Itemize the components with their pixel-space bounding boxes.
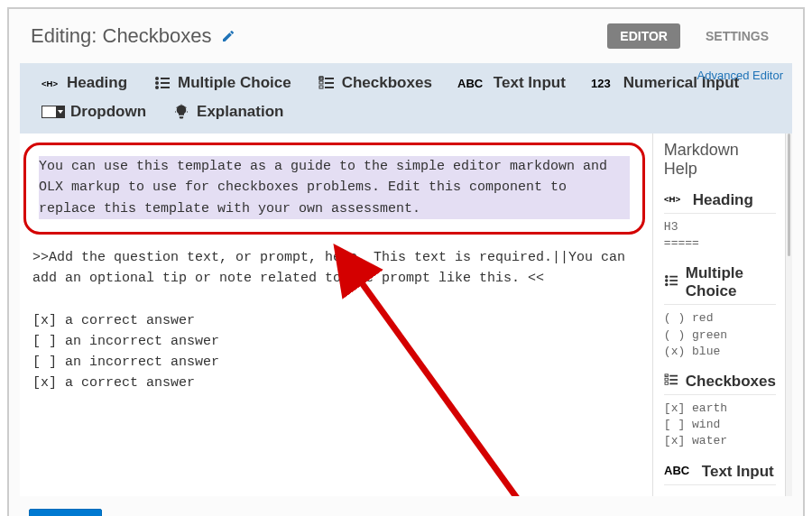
- svg-rect-6: [161, 87, 170, 88]
- dialog-footer: Save Cancel: [9, 496, 803, 517]
- svg-rect-29: [665, 382, 669, 385]
- editor-body-text: >>Add the question text, or prompt, here…: [20, 238, 652, 398]
- multiple-choice-icon: [664, 273, 678, 291]
- numerical-input-icon: 123: [591, 75, 618, 91]
- svg-text:<H>: <H>: [664, 194, 681, 204]
- text-input-icon: ABC: [457, 75, 488, 91]
- toolbar-multiple-choice[interactable]: Multiple Choice: [140, 69, 304, 97]
- svg-rect-10: [325, 82, 334, 84]
- help-heading-row: <H> Heading: [664, 191, 776, 214]
- help-mc-row: Multiple Choice: [664, 264, 776, 305]
- svg-rect-9: [319, 81, 323, 84]
- editor-textarea[interactable]: You can use this template as a guide to …: [20, 134, 652, 496]
- toolbar-exp-label: Explanation: [197, 103, 283, 121]
- tab-settings[interactable]: SETTINGS: [693, 23, 781, 49]
- svg-rect-22: [669, 281, 678, 282]
- scrollbar-track[interactable]: [785, 134, 792, 496]
- text-input-icon: ABC: [664, 463, 695, 481]
- toolbar-mc-label: Multiple Choice: [178, 74, 291, 92]
- scrollbar-thumb[interactable]: [788, 134, 790, 256]
- svg-point-23: [665, 283, 669, 287]
- svg-rect-12: [325, 87, 334, 88]
- toolbar-checkboxes[interactable]: Checkboxes: [304, 69, 445, 97]
- toolbar-text-input[interactable]: ABC Text Input: [445, 69, 578, 97]
- svg-rect-26: [669, 375, 678, 377]
- dropdown-icon: [42, 104, 65, 120]
- dialog-title: Editing: Checkboxes: [31, 24, 212, 48]
- toolbar-heading-label: Heading: [67, 74, 127, 92]
- help-title: Markdown Help: [664, 141, 776, 179]
- help-ti-row: ABC Text Input: [664, 463, 776, 485]
- toolbar-cb-label: Checkboxes: [342, 74, 432, 92]
- svg-rect-27: [665, 378, 669, 381]
- help-ti-label: Text Input: [702, 463, 774, 481]
- help-heading-label: Heading: [693, 191, 753, 209]
- svg-rect-20: [669, 276, 678, 278]
- help-mc-label: Multiple Choice: [686, 264, 776, 300]
- toolbar-dd-label: Dropdown: [70, 103, 146, 121]
- toolbar-ti-label: Text Input: [494, 74, 566, 92]
- heading-icon: <H>: [664, 191, 686, 209]
- checkboxes-icon: [664, 373, 678, 391]
- title-bar: Editing: Checkboxes EDITOR SETTINGS: [9, 13, 803, 63]
- editor-dialog: Editing: Checkboxes EDITOR SETTINGS <H> …: [7, 7, 805, 516]
- help-heading-example: H3 =====: [664, 219, 776, 252]
- svg-rect-11: [319, 86, 323, 88]
- svg-text:123: 123: [591, 77, 611, 90]
- help-cb-label: Checkboxes: [686, 373, 776, 391]
- heading-icon: <H>: [42, 75, 61, 91]
- svg-point-21: [665, 280, 669, 283]
- save-button[interactable]: Save: [29, 509, 102, 517]
- editor-toolbar: <H> Heading Multiple Choice Checkboxes A…: [20, 63, 792, 134]
- toolbar-heading[interactable]: <H> Heading: [29, 69, 140, 97]
- svg-point-19: [665, 275, 669, 279]
- svg-point-5: [155, 86, 159, 89]
- svg-rect-28: [669, 379, 678, 381]
- svg-rect-4: [161, 82, 170, 84]
- svg-rect-24: [669, 284, 678, 286]
- markdown-help-panel: Markdown Help <H> Heading H3 ===== Multi…: [652, 134, 785, 496]
- svg-rect-30: [669, 382, 678, 384]
- advanced-editor-link[interactable]: Advanced Editor: [697, 69, 783, 82]
- svg-text:<H>: <H>: [42, 78, 58, 88]
- toolbar-explanation[interactable]: Explanation: [159, 97, 296, 126]
- svg-point-1: [155, 77, 159, 80]
- help-mc-example: ( ) red ( ) green (x) blue: [664, 310, 776, 360]
- intro-text: You can use this template as a guide to …: [39, 156, 630, 219]
- edit-title-icon[interactable]: [221, 29, 235, 43]
- toolbar-dropdown[interactable]: Dropdown: [29, 97, 159, 126]
- checkboxes-icon: [317, 75, 337, 91]
- tab-editor[interactable]: EDITOR: [607, 23, 680, 49]
- explanation-icon: [171, 104, 191, 120]
- help-cb-example: [x] earth [ ] wind [x] water: [664, 401, 776, 450]
- svg-rect-2: [161, 78, 170, 79]
- multiple-choice-icon: [152, 75, 172, 91]
- svg-rect-8: [325, 78, 334, 79]
- intro-highlight: You can use this template as a guide to …: [23, 143, 645, 235]
- svg-text:ABC: ABC: [664, 464, 690, 476]
- help-cb-row: Checkboxes: [664, 373, 776, 395]
- svg-point-3: [155, 81, 159, 85]
- svg-text:ABC: ABC: [457, 77, 484, 90]
